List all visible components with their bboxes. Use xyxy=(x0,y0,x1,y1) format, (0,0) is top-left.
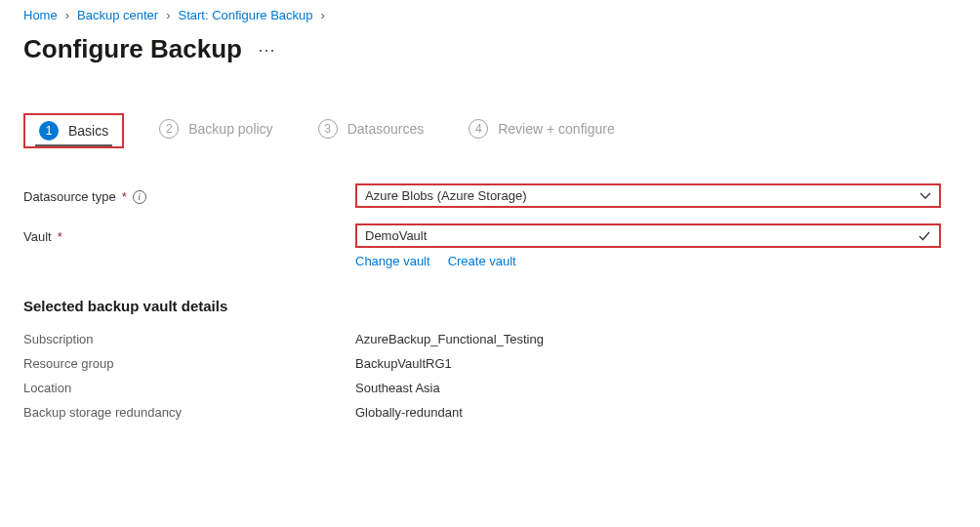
label-vault: Vault * xyxy=(23,223,355,244)
section-title-vault-details: Selected backup vault details xyxy=(23,298,957,314)
step-number-icon: 4 xyxy=(469,119,488,139)
chevron-right-icon: › xyxy=(166,8,170,22)
tab-backup-policy[interactable]: 2 Backup policy xyxy=(149,113,282,148)
breadcrumb-start-configure-backup[interactable]: Start: Configure Backup xyxy=(178,8,312,22)
required-indicator: * xyxy=(122,189,127,204)
select-datasource-type[interactable]: Azure Blobs (Azure Storage) xyxy=(355,183,941,208)
tab-datasources[interactable]: 3 Datasources xyxy=(308,113,434,148)
breadcrumb: Home › Backup center › Start: Configure … xyxy=(23,8,957,22)
page-title: Configure Backup xyxy=(23,34,242,64)
label-datasource-type: Datasource type * i xyxy=(23,183,355,204)
step-number-icon: 1 xyxy=(39,121,59,141)
chevron-down-icon xyxy=(919,190,931,202)
more-options-button[interactable]: ⋯ xyxy=(258,39,277,61)
select-vault[interactable]: DemoVault xyxy=(355,223,941,248)
step-number-icon: 3 xyxy=(318,119,338,139)
detail-row-location: Location Southeast Asia xyxy=(23,381,957,395)
chevron-right-icon: › xyxy=(321,8,325,22)
breadcrumb-home[interactable]: Home xyxy=(23,8,58,22)
step-number-icon: 2 xyxy=(159,119,179,139)
tab-label: Basics xyxy=(68,123,108,139)
detail-label: Backup storage redundancy xyxy=(23,405,355,420)
info-icon[interactable]: i xyxy=(133,190,146,204)
page-header: Configure Backup ⋯ xyxy=(23,34,957,64)
tab-label: Review + configure xyxy=(498,121,614,137)
detail-value: Southeast Asia xyxy=(355,381,440,395)
row-vault: Vault * DemoVault Change vault Create va… xyxy=(23,223,957,268)
row-datasource-type: Datasource type * i Azure Blobs (Azure S… xyxy=(23,183,957,208)
detail-value: Globally-redundant xyxy=(355,405,463,420)
tab-label: Backup policy xyxy=(188,121,272,137)
check-icon xyxy=(918,229,931,243)
link-change-vault[interactable]: Change vault xyxy=(355,254,430,268)
detail-row-subscription: Subscription AzureBackup_Functional_Test… xyxy=(23,332,957,346)
breadcrumb-backup-center[interactable]: Backup center xyxy=(77,8,158,22)
detail-row-resource-group: Resource group BackupVaultRG1 xyxy=(23,356,957,371)
detail-value: BackupVaultRG1 xyxy=(355,356,452,371)
link-create-vault[interactable]: Create vault xyxy=(448,254,516,268)
tab-basics[interactable]: 1 Basics xyxy=(23,113,124,148)
detail-label: Resource group xyxy=(23,356,355,371)
chevron-right-icon: › xyxy=(65,8,69,22)
detail-row-redundancy: Backup storage redundancy Globally-redun… xyxy=(23,405,957,420)
select-value: Azure Blobs (Azure Storage) xyxy=(365,188,526,203)
tab-label: Datasources xyxy=(347,121,425,137)
detail-label: Location xyxy=(23,381,355,395)
wizard-tabs: 1 Basics 2 Backup policy 3 Datasources 4… xyxy=(23,113,957,148)
detail-value: AzureBackup_Functional_Testing xyxy=(355,332,544,346)
vault-action-links: Change vault Create vault xyxy=(355,254,941,268)
required-indicator: * xyxy=(58,229,62,244)
select-value: DemoVault xyxy=(365,228,427,243)
tab-review-configure[interactable]: 4 Review + configure xyxy=(459,113,624,148)
detail-label: Subscription xyxy=(23,332,355,346)
